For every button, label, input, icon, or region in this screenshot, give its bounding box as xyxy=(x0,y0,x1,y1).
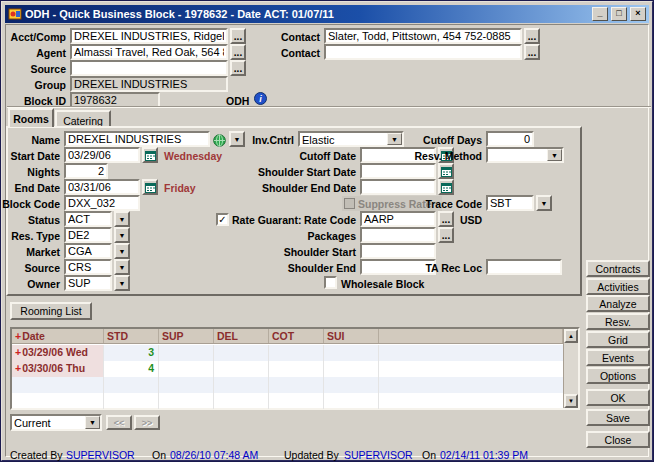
tab-rooms[interactable]: Rooms xyxy=(8,108,54,127)
res-type-field[interactable] xyxy=(64,227,112,243)
grid-row-1[interactable]: +03/29/06 Wed 3 xyxy=(12,345,563,361)
contracts-button[interactable]: Contracts xyxy=(586,260,650,277)
grid-row-1-std[interactable]: 3 xyxy=(104,345,159,361)
block-source-dropdown-button[interactable]: ▼ xyxy=(114,259,130,275)
grid-row-4-sui[interactable] xyxy=(324,393,379,409)
grid-row-2-sui[interactable] xyxy=(324,361,379,377)
grid-row-1-cot[interactable] xyxy=(269,345,324,361)
activities-button[interactable]: Activities xyxy=(586,278,650,295)
grid-header-sui[interactable]: SUI xyxy=(324,329,379,343)
end-date-field[interactable] xyxy=(64,179,140,195)
trace-code-dropdown-button[interactable]: ▼ xyxy=(536,195,552,211)
row-expand-icon[interactable]: + xyxy=(15,362,21,374)
grid-row-2-cot[interactable] xyxy=(269,361,324,377)
market-field[interactable] xyxy=(64,243,112,259)
res-type-dropdown-button[interactable]: ▼ xyxy=(114,227,130,243)
grid-row-1-del[interactable] xyxy=(214,345,269,361)
events-button[interactable]: Events xyxy=(586,349,650,366)
shoulder-end-date-calendar-icon[interactable] xyxy=(438,179,454,195)
acct-comp-lookup-button[interactable]: ... xyxy=(230,28,246,44)
packages-field[interactable] xyxy=(360,227,436,243)
grid-row-3-cot[interactable] xyxy=(269,377,324,393)
source-lookup-button[interactable]: ... xyxy=(230,60,246,76)
analyze-button[interactable]: Analyze xyxy=(586,295,650,312)
contact2-lookup-button[interactable]: ... xyxy=(524,44,540,60)
shoulder-start-field[interactable] xyxy=(360,243,436,259)
agent-field[interactable] xyxy=(70,44,228,60)
acct-comp-field[interactable] xyxy=(70,28,228,44)
grid-button[interactable]: Grid xyxy=(586,331,650,348)
grid-row-1-sui[interactable] xyxy=(324,345,379,361)
grid-header-std[interactable]: STD xyxy=(104,329,159,343)
grid-row-3-sup[interactable] xyxy=(159,377,214,393)
row-expand-icon[interactable]: + xyxy=(15,346,21,358)
grid-view-dropdown-icon[interactable]: ▼ xyxy=(85,416,100,429)
shoulder-start-date-calendar-icon[interactable] xyxy=(438,163,454,179)
rate-code-lookup-button[interactable]: ... xyxy=(438,211,454,227)
grid-row-4-cot[interactable] xyxy=(269,393,324,409)
grid-row-2[interactable]: +03/30/06 Thu 4 xyxy=(12,361,563,377)
market-dropdown-button[interactable]: ▼ xyxy=(114,243,130,259)
name-field[interactable] xyxy=(64,131,210,147)
source-field[interactable] xyxy=(70,60,228,76)
shoulder-end-date-field[interactable] xyxy=(360,179,436,195)
contact2-field[interactable] xyxy=(324,44,522,60)
expand-all-icon[interactable]: + xyxy=(15,330,21,342)
end-date-calendar-icon[interactable] xyxy=(142,179,158,195)
rooming-list-button[interactable]: Rooming List xyxy=(10,302,92,320)
resv-button[interactable]: Resv. xyxy=(586,313,650,330)
contact1-lookup-button[interactable]: ... xyxy=(524,28,540,44)
info-icon[interactable]: i xyxy=(254,92,267,105)
grid-row-4-sup[interactable] xyxy=(159,393,214,409)
rate-guarant-checkbox[interactable]: ✓ xyxy=(216,213,229,226)
cutoff-days-field[interactable] xyxy=(486,131,534,147)
grid-header-cot[interactable]: COT xyxy=(269,329,324,343)
maximize-button[interactable]: □ xyxy=(611,7,627,21)
grid-row-3-del[interactable] xyxy=(214,377,269,393)
contact1-field[interactable] xyxy=(324,28,522,44)
save-button[interactable]: Save xyxy=(586,409,650,426)
grid-header-date[interactable]: +Date xyxy=(12,329,104,343)
grid-view-combobox[interactable]: Current ▼ xyxy=(10,414,102,431)
block-code-field[interactable] xyxy=(64,195,140,211)
wholesale-block-checkbox[interactable] xyxy=(324,276,337,289)
close-button[interactable]: Close xyxy=(586,431,650,448)
resv-method-dropdown-icon[interactable]: ▼ xyxy=(547,149,562,161)
ta-rec-loc-field[interactable] xyxy=(486,259,562,275)
grid-row-4-del[interactable] xyxy=(214,393,269,409)
options-button[interactable]: Options xyxy=(586,367,650,384)
grid-row-3-std[interactable] xyxy=(104,377,159,393)
status-dropdown-button[interactable]: ▼ xyxy=(114,211,130,227)
owner-field[interactable] xyxy=(64,275,112,291)
grid-row-2-sup[interactable] xyxy=(159,361,214,377)
grid-header-del[interactable]: DEL xyxy=(214,329,269,343)
shoulder-start-date-field[interactable] xyxy=(360,163,436,179)
trace-code-field[interactable] xyxy=(486,195,534,211)
grid-row-4-std[interactable] xyxy=(104,393,159,409)
prev-page-button[interactable]: << xyxy=(106,415,132,430)
agent-lookup-button[interactable]: ... xyxy=(230,44,246,60)
grid-row-2-del[interactable] xyxy=(214,361,269,377)
resv-method-combobox[interactable]: ▼ xyxy=(486,147,564,163)
scroll-up-icon[interactable]: ▲ xyxy=(564,329,578,343)
owner-dropdown-button[interactable]: ▼ xyxy=(114,275,130,291)
profile-globe-icon[interactable] xyxy=(213,133,226,146)
ok-button[interactable]: OK xyxy=(586,389,650,406)
grid-row-1-sup[interactable] xyxy=(159,345,214,361)
grid-row-3[interactable] xyxy=(12,377,563,393)
grid-header-sup[interactable]: SUP xyxy=(159,329,214,343)
grid-scrollbar[interactable]: ▲ ▼ xyxy=(563,329,578,408)
nights-field[interactable] xyxy=(64,163,108,179)
tab-catering[interactable]: Catering xyxy=(55,110,111,127)
start-date-calendar-icon[interactable] xyxy=(142,147,158,163)
close-window-button[interactable]: × xyxy=(630,7,646,21)
start-date-field[interactable] xyxy=(64,147,140,163)
scroll-down-icon[interactable]: ▼ xyxy=(564,394,578,408)
rate-code-field[interactable] xyxy=(360,211,436,227)
packages-lookup-button[interactable]: ... xyxy=(438,227,454,243)
status-field[interactable] xyxy=(64,211,112,227)
inv-cntrl-dropdown-icon[interactable]: ▼ xyxy=(387,133,402,145)
grid-row-3-sui[interactable] xyxy=(324,377,379,393)
next-page-button[interactable]: >> xyxy=(134,415,160,430)
grid-row-2-std[interactable]: 4 xyxy=(104,361,159,377)
